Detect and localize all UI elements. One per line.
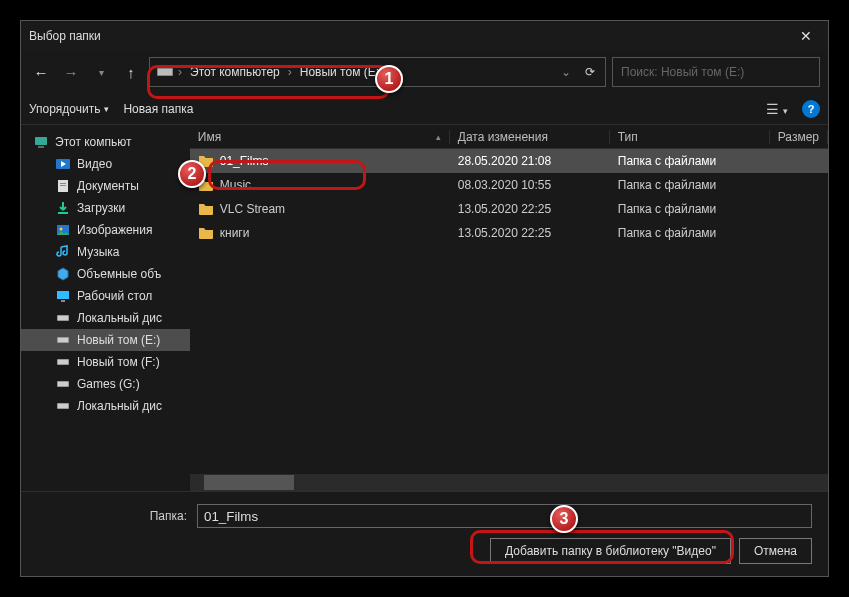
svg-rect-12 <box>57 291 69 299</box>
sidebar-item[interactable]: Новый том (F:) <box>21 351 190 373</box>
sidebar-item-label: Локальный дис <box>77 399 162 413</box>
folder-picker-dialog: Выбор папки ✕ ← → ▾ ↑ › Этот компьютер ›… <box>20 20 829 577</box>
desk-icon <box>55 288 71 304</box>
sidebar-item[interactable]: Новый том (E:) <box>21 329 190 351</box>
refresh-icon[interactable]: ⟳ <box>581 65 599 79</box>
sidebar-item-label: Games (G:) <box>77 377 140 391</box>
history-dropdown[interactable]: ▾ <box>89 60 113 84</box>
sidebar-item[interactable]: Музыка <box>21 241 190 263</box>
view-mode-button[interactable]: ☰ ▾ <box>766 101 788 117</box>
sidebar-item[interactable]: Документы <box>21 175 190 197</box>
disk-icon <box>55 376 71 392</box>
sidebar-item-label: Рабочий стол <box>77 289 152 303</box>
sidebar-item-label: Видео <box>77 157 112 171</box>
chevron-right-icon: › <box>288 65 292 79</box>
organize-button[interactable]: Упорядочить ▾ <box>29 102 109 116</box>
table-row[interactable]: Music08.03.2020 10:55Папка с файлами <box>190 173 828 197</box>
folder-name-input[interactable] <box>197 504 812 528</box>
col-date[interactable]: Дата изменения <box>450 130 610 144</box>
cell-date: 08.03.2020 10:55 <box>450 178 610 192</box>
footer: Папка: Добавить папку в библиотеку "Виде… <box>21 491 828 576</box>
cell-type: Папка с файлами <box>610 202 770 216</box>
titlebar: Выбор папки ✕ <box>21 21 828 51</box>
chevron-right-icon: › <box>178 65 182 79</box>
pc-icon <box>33 134 49 150</box>
chevron-down-icon[interactable]: ⌄ <box>555 65 577 79</box>
cancel-button[interactable]: Отмена <box>739 538 812 564</box>
svg-point-11 <box>60 228 63 231</box>
sidebar-item[interactable]: Рабочий стол <box>21 285 190 307</box>
sidebar-item[interactable]: Видео <box>21 153 190 175</box>
badge-2: 2 <box>178 160 206 188</box>
svg-rect-8 <box>60 185 66 186</box>
help-icon[interactable]: ? <box>802 100 820 118</box>
cell-name: VLC Stream <box>190 202 450 216</box>
sidebar-item[interactable]: Загрузки <box>21 197 190 219</box>
table-row[interactable]: 01_Films28.05.2020 21:08Папка с файлами <box>190 149 828 173</box>
cell-date: 13.05.2020 22:25 <box>450 202 610 216</box>
folder-icon <box>198 226 214 240</box>
toolbar: Упорядочить ▾ Новая папка ☰ ▾ ? <box>21 93 828 125</box>
sidebar-item[interactable]: Изображения <box>21 219 190 241</box>
col-size[interactable]: Размер <box>770 130 828 144</box>
dialog-body: Этот компьютВидеоДокументыЗагрузкиИзобра… <box>21 125 828 491</box>
sidebar-item[interactable]: Games (G:) <box>21 373 190 395</box>
file-area: Имя ▴ Дата изменения Тип Размер 01_Films… <box>190 125 828 491</box>
cell-name: 01_Films <box>190 154 450 168</box>
sidebar-item-label: Новый том (F:) <box>77 355 160 369</box>
search-placeholder: Поиск: Новый том (E:) <box>621 65 744 79</box>
breadcrumb-pc[interactable]: Этот компьютер <box>186 63 284 81</box>
svg-rect-21 <box>58 382 68 386</box>
video-icon <box>55 156 71 172</box>
sidebar-item[interactable]: Локальный дис <box>21 395 190 417</box>
forward-button[interactable]: → <box>59 60 83 84</box>
sidebar-item-label: Изображения <box>77 223 152 237</box>
disk-icon <box>55 310 71 326</box>
folder-icon <box>198 202 214 216</box>
doc-icon <box>55 178 71 194</box>
close-icon[interactable]: ✕ <box>792 28 820 44</box>
breadcrumb-drive[interactable]: Новый том (E:) <box>296 63 387 81</box>
sidebar-item-label: Объемные объ <box>77 267 161 281</box>
music-icon <box>55 244 71 260</box>
up-button[interactable]: ↑ <box>119 60 143 84</box>
folder-label: Папка: <box>37 509 187 523</box>
svg-rect-23 <box>58 404 68 408</box>
search-input[interactable]: Поиск: Новый том (E:) <box>612 57 820 87</box>
pic-icon <box>55 222 71 238</box>
sidebar-item[interactable]: Объемные объ <box>21 263 190 285</box>
disk-icon <box>55 332 71 348</box>
column-headers: Имя ▴ Дата изменения Тип Размер <box>190 125 828 149</box>
file-list[interactable]: 01_Films28.05.2020 21:08Папка с файламиM… <box>190 149 828 474</box>
col-type[interactable]: Тип <box>610 130 770 144</box>
nav-row: ← → ▾ ↑ › Этот компьютер › Новый том (E:… <box>21 51 828 93</box>
sidebar-item-label: Музыка <box>77 245 119 259</box>
new-folder-button[interactable]: Новая папка <box>123 102 193 116</box>
sidebar[interactable]: Этот компьютВидеоДокументыЗагрузкиИзобра… <box>21 125 190 491</box>
add-folder-button[interactable]: Добавить папку в библиотеку "Видео" <box>490 538 731 564</box>
svg-rect-15 <box>58 316 68 320</box>
disk-icon <box>55 354 71 370</box>
svg-rect-17 <box>58 338 68 342</box>
svg-rect-7 <box>60 183 66 184</box>
disk-icon <box>55 398 71 414</box>
sort-asc-icon: ▴ <box>436 132 441 142</box>
table-row[interactable]: книги13.05.2020 22:25Папка с файлами <box>190 221 828 245</box>
sidebar-item[interactable]: Локальный дис <box>21 307 190 329</box>
horizontal-scrollbar[interactable] <box>190 474 828 491</box>
sidebar-item[interactable]: Этот компьют <box>21 131 190 153</box>
svg-rect-2 <box>35 137 47 145</box>
sidebar-item-label: Этот компьют <box>55 135 132 149</box>
down-icon <box>55 200 71 216</box>
table-row[interactable]: VLC Stream13.05.2020 22:25Папка с файлам… <box>190 197 828 221</box>
sidebar-item-label: Новый том (E:) <box>77 333 160 347</box>
back-button[interactable]: ← <box>29 60 53 84</box>
cell-date: 28.05.2020 21:08 <box>450 154 610 168</box>
cell-date: 13.05.2020 22:25 <box>450 226 610 240</box>
cell-name: Music <box>190 178 450 192</box>
cube-icon <box>55 266 71 282</box>
svg-rect-1 <box>158 69 172 75</box>
col-name[interactable]: Имя ▴ <box>190 130 450 144</box>
svg-rect-19 <box>58 360 68 364</box>
cell-type: Папка с файлами <box>610 226 770 240</box>
